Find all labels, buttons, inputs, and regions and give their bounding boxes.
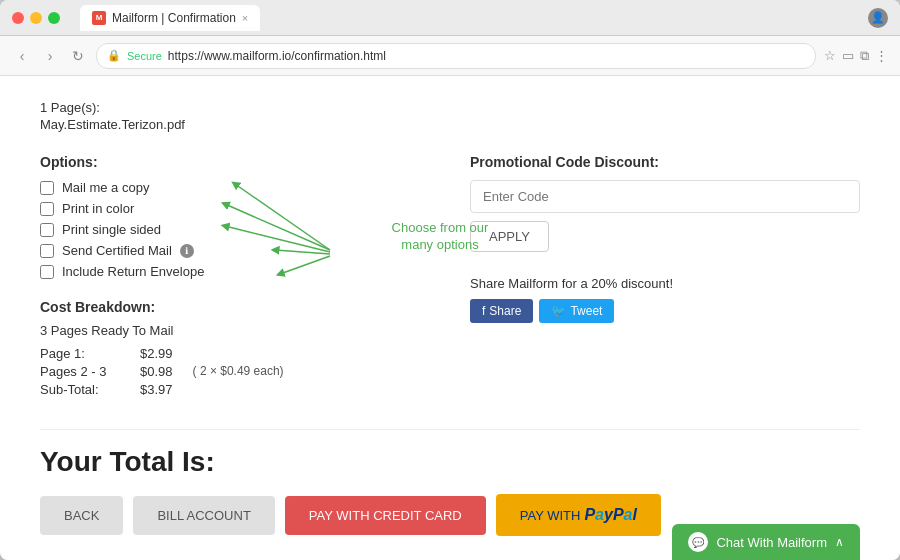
promo-section: Promotional Code Discount: APPLY	[470, 154, 860, 252]
cost-section: Cost Breakdown: 3 Pages Ready To Mail Pa…	[40, 299, 430, 397]
traffic-lights	[12, 12, 60, 24]
share-title: Share Mailform for a 20% discount!	[470, 276, 860, 291]
facebook-icon: f	[482, 304, 485, 318]
tab-close-button[interactable]: ×	[242, 12, 248, 24]
right-column: Promotional Code Discount: APPLY Share M…	[470, 154, 860, 413]
option-return-envelope: Include Return Envelope	[40, 264, 430, 279]
twitter-tweet-label: Tweet	[570, 304, 602, 318]
print-sided-label: Print single sided	[62, 222, 161, 237]
address-bar: ‹ › ↻ 🔒 Secure https://www.mailform.io/c…	[0, 36, 900, 76]
certified-mail-checkbox[interactable]	[40, 244, 54, 258]
total-section: Your Total Is: BACK BILL ACCOUNT PAY WIT…	[40, 429, 860, 536]
cost-amount-1: $2.99	[140, 346, 173, 361]
return-envelope-checkbox[interactable]	[40, 265, 54, 279]
mail-copy-checkbox[interactable]	[40, 181, 54, 195]
print-color-label: Print in color	[62, 201, 134, 216]
share-section: Share Mailform for a 20% discount! f Sha…	[470, 276, 860, 323]
user-icon[interactable]: 👤	[868, 8, 888, 28]
chat-icon: 💬	[688, 532, 708, 552]
certified-mail-label: Send Certified Mail	[62, 243, 172, 258]
lock-icon: 🔒	[107, 49, 121, 62]
back-button[interactable]: BACK	[40, 496, 123, 535]
share-buttons: f Share 🐦 Tweet	[470, 299, 860, 323]
title-bar: M Mailform | Confirmation × 👤	[0, 0, 900, 36]
promo-label: Promotional Code Discount:	[470, 154, 860, 170]
cost-amount-2: $0.98	[140, 364, 173, 379]
chat-label: Chat With Mailform	[716, 535, 827, 550]
bookmark-icon[interactable]: ☆	[824, 48, 836, 63]
cost-row-subtotal: Sub-Total: $3.97	[40, 382, 430, 397]
twitter-tweet-button[interactable]: 🐦 Tweet	[539, 299, 614, 323]
cost-row-1: Page 1: $2.99	[40, 346, 430, 361]
left-column: Options: Mail me a copy Print in color	[40, 154, 430, 413]
menu-icon[interactable]: ⋮	[875, 48, 888, 63]
total-title: Your Total Is:	[40, 446, 860, 478]
print-color-checkbox[interactable]	[40, 202, 54, 216]
refresh-button[interactable]: ↻	[68, 48, 88, 64]
annotation-area: Mail me a copy Print in color Print sing…	[40, 180, 430, 279]
tab-bar: M Mailform | Confirmation ×	[80, 5, 868, 31]
active-tab[interactable]: M Mailform | Confirmation ×	[80, 5, 260, 31]
minimize-traffic-light[interactable]	[30, 12, 42, 24]
option-mail-copy: Mail me a copy	[40, 180, 430, 195]
return-envelope-label: Include Return Envelope	[62, 264, 204, 279]
page-content: 1 Page(s): May.Estimate.Terizon.pdf Opti…	[0, 76, 900, 560]
url-bar[interactable]: 🔒 Secure https://www.mailform.io/confirm…	[96, 43, 816, 69]
pages-count: 1 Page(s):	[40, 100, 860, 115]
maximize-traffic-light[interactable]	[48, 12, 60, 24]
tab-favicon: M	[92, 11, 106, 25]
cast-icon[interactable]: ▭	[842, 48, 854, 63]
toolbar-icons: ☆ ▭ ⧉ ⋮	[824, 48, 888, 64]
option-print-color: Print in color	[40, 201, 430, 216]
cost-label: Cost Breakdown:	[40, 299, 430, 315]
browser-window: M Mailform | Confirmation × 👤 ‹ › ↻ 🔒 Se…	[0, 0, 900, 560]
certified-mail-info-icon[interactable]: ℹ	[180, 244, 194, 258]
chat-chevron-icon: ∧	[835, 535, 844, 549]
options-section: Options: Mail me a copy Print in color	[40, 154, 430, 279]
bill-account-button[interactable]: BILL ACCOUNT	[133, 496, 274, 535]
filename: May.Estimate.Terizon.pdf	[40, 117, 860, 132]
back-nav-button[interactable]: ‹	[12, 48, 32, 64]
paypal-prefix: PAY WITH	[520, 508, 581, 523]
tab-title: Mailform | Confirmation	[112, 11, 236, 25]
cost-desc-1: Page 1:	[40, 346, 120, 361]
cost-note-2: ( 2 × $0.49 each)	[193, 364, 284, 379]
twitter-icon: 🐦	[551, 304, 566, 318]
print-sided-checkbox[interactable]	[40, 223, 54, 237]
secure-label: Secure	[127, 50, 162, 62]
cost-row-2: Pages 2 - 3 $0.98 ( 2 × $0.49 each)	[40, 364, 430, 379]
facebook-share-button[interactable]: f Share	[470, 299, 533, 323]
options-label: Options:	[40, 154, 430, 170]
mail-copy-label: Mail me a copy	[62, 180, 149, 195]
cost-desc-subtotal: Sub-Total:	[40, 382, 120, 397]
pay-credit-button[interactable]: PAY WITH CREDIT CARD	[285, 496, 486, 535]
close-traffic-light[interactable]	[12, 12, 24, 24]
option-certified-mail: Send Certified Mail ℹ	[40, 243, 430, 258]
chat-widget[interactable]: 💬 Chat With Mailform ∧	[672, 524, 860, 560]
pages-ready: 3 Pages Ready To Mail	[40, 323, 430, 338]
cost-amount-subtotal: $3.97	[140, 382, 173, 397]
annotation-text: Choose from our many options	[390, 220, 490, 254]
option-print-sided: Print single sided	[40, 222, 430, 237]
cost-desc-2: Pages 2 - 3	[40, 364, 120, 379]
inner-page: 1 Page(s): May.Estimate.Terizon.pdf Opti…	[0, 76, 900, 560]
paypal-logo: PayPal	[584, 506, 637, 524]
url-text: https://www.mailform.io/confirmation.htm…	[168, 49, 386, 63]
forward-nav-button[interactable]: ›	[40, 48, 60, 64]
facebook-share-label: Share	[489, 304, 521, 318]
page-header: 1 Page(s): May.Estimate.Terizon.pdf	[40, 100, 860, 132]
main-content: Options: Mail me a copy Print in color	[40, 154, 860, 413]
promo-code-input[interactable]	[470, 180, 860, 213]
extensions-icon[interactable]: ⧉	[860, 48, 869, 64]
pay-paypal-button[interactable]: PAY WITH PayPal	[496, 494, 661, 536]
